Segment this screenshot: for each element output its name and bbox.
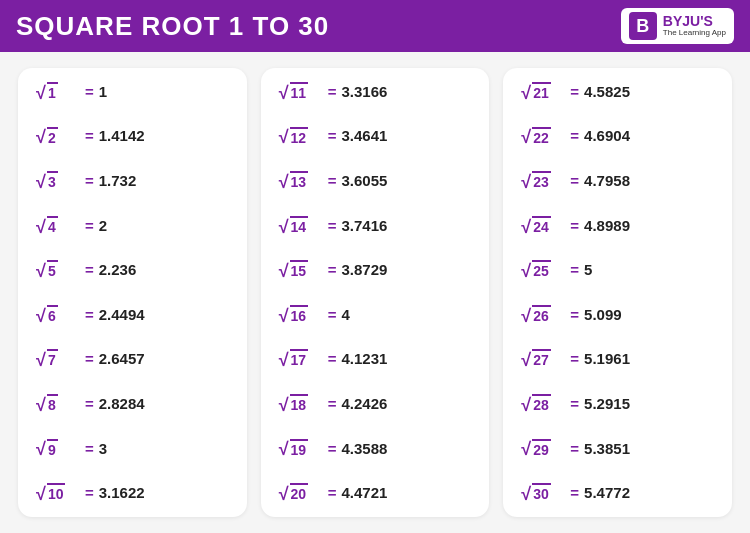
equals-sign: = <box>328 127 337 145</box>
logo-byju: BYJU'S <box>663 14 726 29</box>
equals-sign: = <box>570 440 579 458</box>
sqrt-value: 2 <box>99 217 107 235</box>
sqrt-symbol: √ <box>279 440 289 458</box>
equals-sign: = <box>328 306 337 324</box>
sqrt-value: 1.732 <box>99 172 137 190</box>
sqrt-number: 19 <box>290 439 309 459</box>
sqrt-expr: √23 <box>521 171 565 191</box>
sqrt-expr: √15 <box>279 260 323 280</box>
sqrt-expr: √3 <box>36 171 80 191</box>
sqrt-number: 17 <box>290 349 309 369</box>
content-area: √1=1√2=1.4142√3=1.732√4=2√5=2.236√6=2.44… <box>0 52 750 533</box>
sqrt-number: 15 <box>290 260 309 280</box>
sqrt-symbol: √ <box>279 351 289 369</box>
sqrt-value: 4.4721 <box>341 484 387 502</box>
table-row: √27=5.1961 <box>521 349 714 369</box>
sqrt-symbol: √ <box>36 396 46 414</box>
table-row: √7=2.6457 <box>36 349 229 369</box>
equals-sign: = <box>570 306 579 324</box>
sqrt-value: 5.3851 <box>584 440 630 458</box>
sqrt-expr: √9 <box>36 439 80 459</box>
sqrt-expr: √10 <box>36 483 80 503</box>
sqrt-symbol: √ <box>521 84 531 102</box>
sqrt-expr: √12 <box>279 127 323 147</box>
sqrt-value: 2.236 <box>99 261 137 279</box>
table-row: √21=4.5825 <box>521 82 714 102</box>
equals-sign: = <box>328 83 337 101</box>
sqrt-number: 2 <box>47 127 58 147</box>
sqrt-number: 18 <box>290 394 309 414</box>
equals-sign: = <box>570 350 579 368</box>
equals-sign: = <box>85 484 94 502</box>
sqrt-value: 2.8284 <box>99 395 145 413</box>
sqrt-value: 4.5825 <box>584 83 630 101</box>
table-row: √15=3.8729 <box>279 260 472 280</box>
sqrt-symbol: √ <box>36 351 46 369</box>
sqrt-value: 5 <box>584 261 592 279</box>
table-row: √1=1 <box>36 82 229 102</box>
sqrt-value: 3.3166 <box>341 83 387 101</box>
sqrt-symbol: √ <box>36 173 46 191</box>
sqrt-value: 4.2426 <box>341 395 387 413</box>
sqrt-value: 5.099 <box>584 306 622 324</box>
equals-sign: = <box>85 127 94 145</box>
table-row: √24=4.8989 <box>521 216 714 236</box>
sqrt-number: 26 <box>532 305 551 325</box>
equals-sign: = <box>570 484 579 502</box>
logo-text: BYJU'S The Learning App <box>663 14 726 38</box>
table-row: √29=5.3851 <box>521 439 714 459</box>
sqrt-symbol: √ <box>279 173 289 191</box>
table-row: √25=5 <box>521 260 714 280</box>
sqrt-value: 4.8989 <box>584 217 630 235</box>
sqrt-number: 24 <box>532 216 551 236</box>
table-row: √30=5.4772 <box>521 483 714 503</box>
table-row: √5=2.236 <box>36 260 229 280</box>
equals-sign: = <box>570 261 579 279</box>
sqrt-number: 30 <box>532 483 551 503</box>
sqrt-value: 3.7416 <box>341 217 387 235</box>
sqrt-symbol: √ <box>36 485 46 503</box>
sqrt-symbol: √ <box>521 128 531 146</box>
sqrt-symbol: √ <box>521 396 531 414</box>
sqrt-expr: √27 <box>521 349 565 369</box>
table-row: √26=5.099 <box>521 305 714 325</box>
sqrt-expr: √28 <box>521 394 565 414</box>
sqrt-symbol: √ <box>521 351 531 369</box>
sqrt-value: 2.4494 <box>99 306 145 324</box>
equals-sign: = <box>85 217 94 235</box>
sqrt-number: 16 <box>290 305 309 325</box>
table-row: √10=3.1622 <box>36 483 229 503</box>
sqrt-symbol: √ <box>521 173 531 191</box>
equals-sign: = <box>570 83 579 101</box>
sqrt-symbol: √ <box>279 485 289 503</box>
sqrt-symbol: √ <box>36 262 46 280</box>
sqrt-expr: √17 <box>279 349 323 369</box>
table-row: √22=4.6904 <box>521 127 714 147</box>
sqrt-symbol: √ <box>521 262 531 280</box>
equals-sign: = <box>570 127 579 145</box>
sqrt-symbol: √ <box>521 485 531 503</box>
equals-sign: = <box>85 350 94 368</box>
sqrt-number: 3 <box>47 171 58 191</box>
sqrt-number: 22 <box>532 127 551 147</box>
sqrt-number: 12 <box>290 127 309 147</box>
sqrt-value: 4 <box>341 306 349 324</box>
equals-sign: = <box>570 395 579 413</box>
card-col2: √11=3.3166√12=3.4641√13=3.6055√14=3.7416… <box>261 68 490 517</box>
sqrt-value: 1.4142 <box>99 127 145 145</box>
sqrt-symbol: √ <box>36 218 46 236</box>
logo-area: B BYJU'S The Learning App <box>621 8 734 44</box>
table-row: √4=2 <box>36 216 229 236</box>
sqrt-expr: √29 <box>521 439 565 459</box>
equals-sign: = <box>570 172 579 190</box>
logo-b-box: B <box>629 12 657 40</box>
table-row: √3=1.732 <box>36 171 229 191</box>
equals-sign: = <box>85 440 94 458</box>
table-row: √12=3.4641 <box>279 127 472 147</box>
sqrt-expr: √6 <box>36 305 80 325</box>
sqrt-number: 27 <box>532 349 551 369</box>
equals-sign: = <box>85 261 94 279</box>
equals-sign: = <box>328 484 337 502</box>
equals-sign: = <box>328 395 337 413</box>
sqrt-value: 4.7958 <box>584 172 630 190</box>
